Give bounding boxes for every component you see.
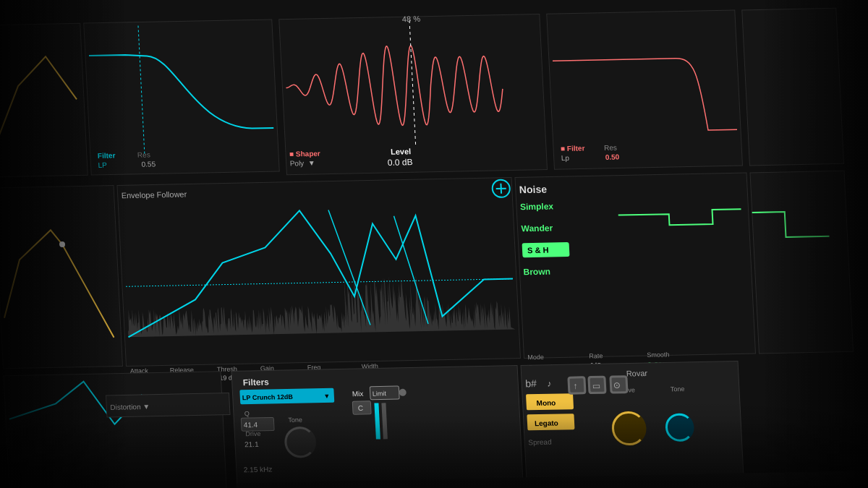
synth-container bbox=[0, 0, 868, 488]
synth-display bbox=[0, 0, 868, 488]
